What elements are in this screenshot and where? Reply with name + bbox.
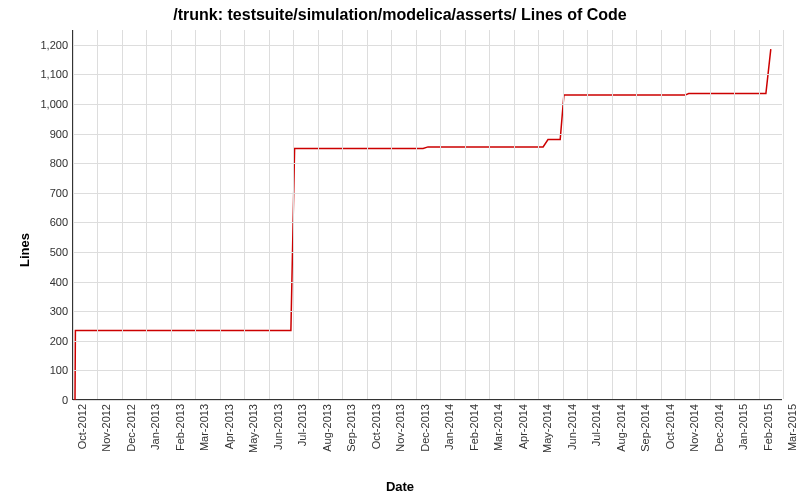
- x-tick-label: Aug-2013: [321, 404, 333, 452]
- y-tick-label: 1,000: [28, 98, 68, 110]
- x-tick-label: Mar-2014: [492, 404, 504, 451]
- x-tick-label: Jan-2014: [443, 404, 455, 450]
- gridline-v: [391, 30, 392, 399]
- x-tick-label: Nov-2013: [394, 404, 406, 452]
- gridline-v: [146, 30, 147, 399]
- gridline-v: [171, 30, 172, 399]
- gridline-v: [122, 30, 123, 399]
- gridline-h: [73, 193, 782, 194]
- gridline-h: [73, 222, 782, 223]
- y-tick-label: 100: [28, 364, 68, 376]
- x-tick-label: Apr-2014: [517, 404, 529, 449]
- x-tick-label: Mar-2015: [786, 404, 798, 451]
- x-tick-label: Dec-2012: [125, 404, 137, 452]
- y-tick-label: 900: [28, 128, 68, 140]
- x-tick-label: Jun-2014: [566, 404, 578, 450]
- gridline-v: [97, 30, 98, 399]
- x-tick-label: May-2014: [541, 404, 553, 453]
- gridline-v: [269, 30, 270, 399]
- data-line: [75, 49, 771, 400]
- x-tick-label: Oct-2012: [76, 404, 88, 449]
- gridline-h: [73, 252, 782, 253]
- x-tick-label: Jul-2014: [590, 404, 602, 446]
- x-tick-label: May-2013: [247, 404, 259, 453]
- x-tick-label: Mar-2013: [198, 404, 210, 451]
- gridline-v: [783, 30, 784, 399]
- x-tick-label: Oct-2014: [664, 404, 676, 449]
- gridline-h: [73, 134, 782, 135]
- y-tick-label: 200: [28, 335, 68, 347]
- line-series: [73, 30, 782, 399]
- plot-area: [72, 30, 782, 400]
- gridline-v: [612, 30, 613, 399]
- y-tick-label: 700: [28, 187, 68, 199]
- x-tick-label: Nov-2012: [100, 404, 112, 452]
- gridline-h: [73, 45, 782, 46]
- gridline-v: [73, 30, 74, 399]
- gridline-v: [440, 30, 441, 399]
- gridline-h: [73, 311, 782, 312]
- x-tick-label: Sep-2013: [345, 404, 357, 452]
- gridline-h: [73, 74, 782, 75]
- x-tick-label: Feb-2015: [762, 404, 774, 451]
- chart-title: /trunk: testsuite/simulation/modelica/as…: [0, 6, 800, 24]
- x-tick-label: Sep-2014: [639, 404, 651, 452]
- x-tick-label: Aug-2014: [615, 404, 627, 452]
- y-tick-label: 0: [28, 394, 68, 406]
- y-tick-label: 400: [28, 276, 68, 288]
- x-tick-label: Feb-2013: [174, 404, 186, 451]
- chart-container: /trunk: testsuite/simulation/modelica/as…: [0, 0, 800, 500]
- gridline-h: [73, 400, 782, 401]
- y-tick-label: 300: [28, 305, 68, 317]
- gridline-h: [73, 104, 782, 105]
- gridline-h: [73, 282, 782, 283]
- y-tick-label: 1,100: [28, 68, 68, 80]
- x-tick-label: Apr-2013: [223, 404, 235, 449]
- x-tick-label: Oct-2013: [370, 404, 382, 449]
- gridline-v: [734, 30, 735, 399]
- gridline-h: [73, 163, 782, 164]
- gridline-v: [587, 30, 588, 399]
- gridline-v: [195, 30, 196, 399]
- gridline-h: [73, 341, 782, 342]
- y-tick-label: 800: [28, 157, 68, 169]
- gridline-v: [685, 30, 686, 399]
- gridline-v: [220, 30, 221, 399]
- x-tick-label: Feb-2014: [468, 404, 480, 451]
- x-tick-label: Nov-2014: [688, 404, 700, 452]
- gridline-v: [563, 30, 564, 399]
- gridline-v: [759, 30, 760, 399]
- x-tick-label: Jan-2015: [737, 404, 749, 450]
- x-axis-label: Date: [0, 479, 800, 494]
- gridline-v: [465, 30, 466, 399]
- y-tick-label: 500: [28, 246, 68, 258]
- y-tick-label: 600: [28, 216, 68, 228]
- x-tick-label: Dec-2014: [713, 404, 725, 452]
- gridline-v: [636, 30, 637, 399]
- gridline-v: [710, 30, 711, 399]
- gridline-v: [244, 30, 245, 399]
- gridline-h: [73, 370, 782, 371]
- gridline-v: [538, 30, 539, 399]
- y-tick-label: 1,200: [28, 39, 68, 51]
- gridline-v: [489, 30, 490, 399]
- gridline-v: [367, 30, 368, 399]
- gridline-v: [514, 30, 515, 399]
- gridline-v: [293, 30, 294, 399]
- gridline-v: [416, 30, 417, 399]
- x-tick-label: Jan-2013: [149, 404, 161, 450]
- gridline-v: [661, 30, 662, 399]
- x-tick-label: Dec-2013: [419, 404, 431, 452]
- gridline-v: [318, 30, 319, 399]
- gridline-v: [342, 30, 343, 399]
- x-tick-label: Jul-2013: [296, 404, 308, 446]
- x-tick-label: Jun-2013: [272, 404, 284, 450]
